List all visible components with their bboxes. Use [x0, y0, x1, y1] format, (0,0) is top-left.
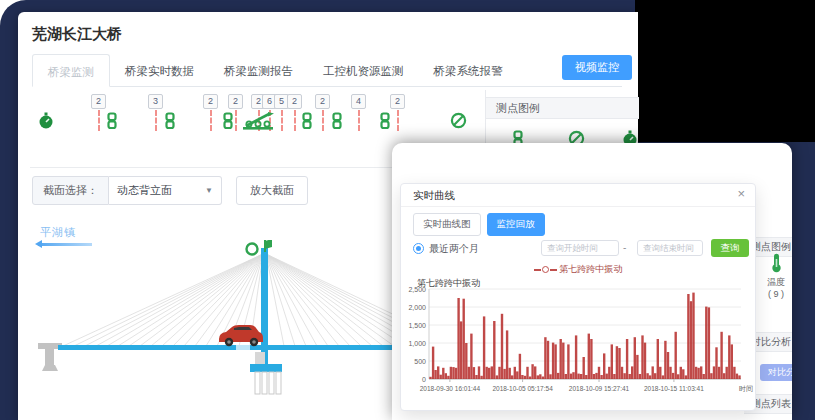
pylon-sensor-icons — [247, 240, 273, 255]
main-tab-2[interactable]: 桥梁监测报告 — [209, 54, 308, 87]
sensor-count-badge: 2 — [203, 94, 218, 109]
sensor-link-icon[interactable] — [222, 112, 234, 134]
sensor-count-badge: 3 — [148, 94, 163, 109]
sensor-stopwatch-icon[interactable] — [38, 112, 54, 134]
section-select-label: 截面选择： — [32, 176, 109, 205]
sensor-count-badge: 2 — [228, 94, 243, 109]
sensor-dashed-line — [281, 110, 283, 131]
sensor-link-icon[interactable] — [164, 112, 176, 134]
sensor-link-icon[interactable] — [301, 112, 313, 134]
sensor-dashed-line — [397, 110, 399, 131]
series-legend-marker-icon — [550, 269, 557, 271]
chart-legend[interactable]: 第七跨跨中振动 — [401, 263, 755, 276]
link-icon — [106, 112, 118, 130]
bearing-icon — [242, 112, 276, 131]
temperature-sensor-item[interactable]: 温度 ( 9 ) — [756, 253, 792, 300]
query-button[interactable]: 查询 — [711, 239, 749, 257]
chevron-down-icon: ▼ — [205, 186, 213, 195]
svg-text:2018-10-09 15:27:41: 2018-10-09 15:27:41 — [569, 385, 630, 392]
realtime-curve-dialog: 实时曲线 × 实时曲线图监控回放 最近两个月 - 查询 第七跨跨中振动 第七跨跨… — [400, 183, 756, 411]
dialog-title: 实时曲线 — [413, 189, 455, 203]
link-icon — [301, 112, 313, 130]
svg-text:0: 0 — [422, 376, 426, 383]
query-controls: 最近两个月 - 查询 — [413, 240, 745, 258]
range-separator: - — [623, 242, 626, 253]
series-legend-marker-icon — [534, 269, 541, 271]
compare-analysis-button[interactable]: 对比分析 — [760, 364, 792, 381]
temperature-label: 温度 — [756, 276, 792, 288]
sensor-count-badge: 2 — [390, 94, 405, 109]
sensor-no-entry-icon[interactable] — [450, 112, 467, 133]
zoom-section-button[interactable]: 放大截面 — [236, 176, 308, 205]
sensor-count-badge: 2 — [91, 94, 106, 109]
main-tab-3[interactable]: 工控机资源监测 — [308, 54, 419, 87]
dialog-tab-0[interactable]: 实时曲线图 — [413, 213, 481, 236]
svg-text:1,000: 1,000 — [408, 340, 426, 347]
series-legend-label: 第七跨跨中振动 — [559, 264, 622, 274]
page-title: 芜湖长江大桥 — [32, 25, 122, 44]
svg-text:1,500: 1,500 — [408, 322, 426, 329]
sensor-link-icon[interactable] — [331, 112, 343, 134]
sensor-dashed-line — [155, 110, 157, 131]
radio-label: 最近两个月 — [429, 242, 479, 256]
radio-last-two-months[interactable] — [413, 243, 424, 254]
sensor-dashed-line — [294, 110, 296, 131]
no-entry-icon — [450, 112, 467, 129]
sensor-count-badge: 2 — [287, 94, 302, 109]
dialog-tab-1[interactable]: 监控回放 — [487, 213, 545, 236]
section-selector-row: 截面选择： 动态背立面 ▼ 放大截面 — [32, 176, 308, 205]
stopwatch-icon — [38, 112, 54, 130]
svg-text:时间: 时间 — [739, 385, 753, 393]
link-icon — [222, 112, 234, 130]
playback-window: 测点图例 温度 ( 9 ) 对比分析 对比分析 测点列表 实时曲线 × 实时曲线… — [392, 143, 792, 420]
link-icon — [379, 112, 391, 130]
close-icon[interactable]: × — [737, 186, 745, 201]
sensor-dashed-line — [210, 110, 212, 131]
svg-text:2,000: 2,000 — [408, 304, 426, 311]
link-icon — [164, 112, 176, 130]
section-select-value: 动态背立面 — [117, 183, 172, 198]
link-icon — [331, 112, 343, 130]
video-monitor-button[interactable]: 视频监控 — [562, 55, 632, 80]
sensor-dashed-line — [322, 110, 324, 131]
divider — [401, 206, 755, 207]
chart-svg: 2,5002,0001,5001,00050002018-09-30 16:01… — [403, 284, 755, 402]
main-tab-1[interactable]: 桥梁实时数据 — [110, 54, 209, 87]
svg-text:2,500: 2,500 — [408, 286, 426, 293]
main-tab-0[interactable]: 桥梁监测 — [32, 54, 110, 87]
sensor-count-badge: 4 — [351, 94, 366, 109]
svg-text:2018-09-30 16:01:44: 2018-09-30 16:01:44 — [420, 385, 481, 392]
vibration-chart: 2,5002,0001,5001,00050002018-09-30 16:01… — [403, 284, 755, 406]
sensor-dashed-line — [235, 110, 237, 131]
thermometer-icon — [770, 253, 783, 273]
main-tab-4[interactable]: 桥梁系统报警 — [419, 54, 518, 87]
series-legend-marker-icon — [542, 266, 549, 273]
svg-text:2018-10-05 05:17:54: 2018-10-05 05:17:54 — [492, 385, 553, 392]
sensor-count-badge: 2 — [315, 94, 330, 109]
sensor-dashed-line — [98, 110, 100, 131]
black-region — [635, 0, 815, 142]
sensor-dashed-line — [358, 110, 360, 131]
bridge-direction-label: 平湖镇 — [40, 225, 76, 240]
sensor-link-icon[interactable] — [379, 112, 391, 134]
legend-panel-title: 测点图例 — [486, 97, 639, 119]
end-time-input[interactable] — [637, 240, 703, 256]
main-tab-bar: 桥梁监测桥梁实时数据桥梁监测报告工控机资源监测桥梁系统报警 — [32, 54, 622, 87]
svg-text:500: 500 — [414, 358, 426, 365]
svg-text:2018-10-15 11:03:41: 2018-10-15 11:03:41 — [644, 385, 704, 392]
start-time-input[interactable] — [541, 240, 619, 256]
dialog-tab-bar: 实时曲线图监控回放 — [413, 213, 551, 236]
sensor-bearing-icon[interactable] — [242, 112, 276, 135]
section-select-dropdown[interactable]: 动态背立面 ▼ — [109, 176, 222, 205]
sensor-link-icon[interactable] — [106, 112, 118, 134]
screenshot-stage: 芜湖长江大桥 桥梁监测桥梁实时数据桥梁监测报告工控机资源监测桥梁系统报警 视频监… — [0, 0, 815, 420]
temperature-count: ( 9 ) — [756, 288, 792, 300]
